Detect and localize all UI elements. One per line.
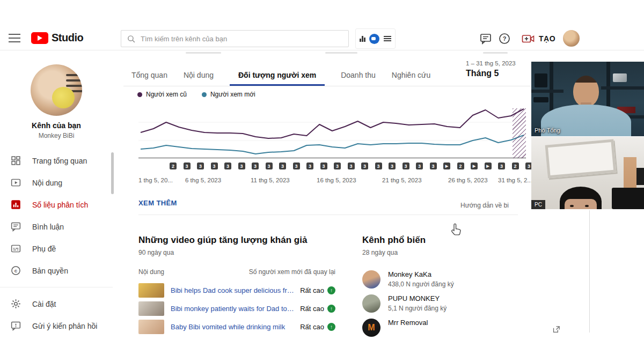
sidebar-item-comments[interactable]: Bình luận <box>0 216 113 238</box>
youtube-studio-logo[interactable]: Studio <box>31 32 83 44</box>
channel-row[interactable]: PUPU MONKEY5,1 N người đăng ký <box>362 294 523 313</box>
video-marker-count[interactable]: 2 <box>512 162 519 169</box>
x-axis-label: 16 thg 5, 2023 <box>317 177 356 183</box>
video-marker-count[interactable]: 3 <box>430 162 437 169</box>
channel-row-texts: Mrr Removal <box>388 319 428 327</box>
video-marker-count[interactable]: 3 <box>334 162 341 169</box>
video-rating: Rất cao↑ <box>300 323 335 331</box>
video-marker-play[interactable]: ▶ <box>471 162 478 169</box>
channel-row[interactable]: MMrr Removal <box>362 319 523 337</box>
help-icon[interactable]: ? <box>498 32 511 45</box>
menu-icon[interactable] <box>9 34 20 42</box>
video-marker-count[interactable]: 3 <box>389 162 396 169</box>
video-marker-count[interactable]: 2 <box>170 162 177 169</box>
see-more-link[interactable]: XEM THÊM <box>138 199 177 207</box>
video-marker-count[interactable]: 3 <box>416 162 423 169</box>
video-thumbnail[interactable] <box>138 301 164 316</box>
sidebar-item-label: Nội dung <box>32 179 62 187</box>
sidebar-item-label: Trang tổng quan <box>32 157 87 165</box>
sidebar-item-subtitles[interactable]: Phụ đề <box>0 238 113 260</box>
sidebar-scrollbar[interactable] <box>111 152 114 194</box>
svg-text:c: c <box>14 268 18 274</box>
video-marker-count[interactable]: 3 <box>238 162 245 169</box>
extension-badge-icon[interactable] <box>369 34 379 44</box>
svg-text:?: ? <box>503 35 507 42</box>
sidebar-item-label: Gửi ý kiến phản hồi <box>32 322 97 330</box>
video-marker-count[interactable]: 3 <box>293 162 300 169</box>
audience-chart[interactable] <box>138 103 526 159</box>
video-marker-count[interactable]: 3 <box>266 162 273 169</box>
sidebar-item-settings[interactable]: Cài đặt <box>0 293 113 315</box>
tab-4[interactable]: Nghiên cứu <box>392 71 430 86</box>
x-axis-label: 26 thg 5, 2023 <box>448 177 488 183</box>
video-marker-count[interactable]: 2 <box>457 162 464 169</box>
tab-3[interactable]: Doanh thu <box>341 71 376 86</box>
channel-row[interactable]: Monkey KaKa438,0 N người đăng ký <box>362 270 523 289</box>
video-thumbnail[interactable] <box>138 320 164 334</box>
sidebar-item-feedback[interactable]: Gửi ý kiến phản hồi <box>0 315 113 337</box>
video-thumbnail[interactable] <box>138 283 164 298</box>
sidebar-item-dashboard[interactable]: Trang tổng quan <box>0 150 113 172</box>
videos-section-title: Những video giúp tăng lượng khán giả <box>138 235 335 246</box>
play-button-plaque <box>613 73 627 82</box>
analytics-icon <box>10 199 21 210</box>
channel-section-label: Kênh của bạn <box>0 121 113 130</box>
legend-item-new[interactable]: Người xem mới <box>202 91 255 98</box>
video-title-link[interactable]: Bibi helps Dad cook super delicious fren… <box>171 286 295 294</box>
video-marker-count[interactable]: 3 <box>375 162 382 169</box>
copyright-icon: c <box>10 265 21 276</box>
feedback-icon[interactable] <box>479 32 492 45</box>
tab-1[interactable]: Nội dung <box>184 71 214 86</box>
content-icon <box>10 177 21 188</box>
extension-chart-icon[interactable] <box>360 35 365 42</box>
video-marker-count[interactable]: 3 <box>279 162 286 169</box>
date-range-text: 1 – 31 thg 5, 2023 <box>466 60 536 67</box>
sidebar-item-copyright[interactable]: cBản quyền <box>0 260 113 282</box>
video-marker-count[interactable]: 3 <box>306 162 313 169</box>
settings-icon <box>10 298 21 309</box>
guide-link[interactable]: Hướng dẫn về bi <box>460 202 531 209</box>
video-row: Bibi monkey patiently waits for Dad to c… <box>138 301 335 316</box>
open-in-new-icon[interactable] <box>552 325 561 334</box>
shelf-object <box>533 97 548 102</box>
webcam-feed-bottom: PC <box>531 137 644 209</box>
channel-row-subscribers: 438,0 N người đăng ký <box>388 280 454 288</box>
channel-row-avatar: M <box>362 319 380 337</box>
tab-0[interactable]: Tổng quan <box>131 71 167 86</box>
account-avatar[interactable] <box>563 30 580 47</box>
rating-up-icon: ↑ <box>327 305 335 313</box>
sidebar-item-analytics[interactable]: Số liệu phân tích <box>0 194 113 216</box>
search-bar[interactable] <box>121 30 349 47</box>
legend-item-returning[interactable]: Người xem cũ <box>137 91 187 98</box>
videos-table-header: Nội dung Số người xem mới đã quay lại <box>138 268 335 276</box>
video-marker-play[interactable]: ▶ <box>485 162 492 169</box>
video-marker-count[interactable]: 3 <box>361 162 368 169</box>
video-marker-count[interactable]: 3 <box>211 162 218 169</box>
video-marker-count[interactable]: 3 <box>320 162 327 169</box>
create-button[interactable]: TẠO <box>522 32 555 45</box>
extension-widget[interactable] <box>355 28 396 49</box>
webcam-feed-top: Phó Tổng <box>531 62 644 136</box>
channel-row-texts: PUPU MONKEY5,1 N người đăng ký <box>388 294 447 312</box>
extension-menu-icon[interactable] <box>384 36 391 41</box>
clipped-content-remnant <box>483 52 508 54</box>
video-marker-count[interactable]: 3 <box>498 162 505 169</box>
channel-avatar[interactable] <box>31 64 82 116</box>
sidebar-item-content[interactable]: Nội dung <box>0 172 113 194</box>
video-marker-count[interactable]: 3 <box>348 162 355 169</box>
video-title-link[interactable]: Bibi monkey patiently waits for Dad to c… <box>171 305 295 313</box>
video-marker-count[interactable]: 3 <box>184 162 191 169</box>
room-object <box>636 168 644 185</box>
sidebar-item-label: Bình luận <box>32 223 64 231</box>
clipped-content-remnant <box>186 52 221 54</box>
x-axis-label: 6 thg 5, 2023 <box>185 177 221 183</box>
search-input[interactable] <box>141 35 343 43</box>
video-marker-count[interactable]: 3 <box>252 162 259 169</box>
video-marker-play[interactable]: ▶ <box>443 162 450 169</box>
video-marker-count[interactable]: 3 <box>197 162 204 169</box>
video-marker-count[interactable]: 3 <box>402 162 409 169</box>
tab-2[interactable]: Đối tượng người xem <box>230 71 325 86</box>
date-range-picker[interactable]: 1 – 31 thg 5, 2023 Tháng 5 <box>466 60 536 78</box>
video-marker-count[interactable]: 3 <box>224 162 231 169</box>
video-title-link[interactable]: Baby Bibi vomited while drinking milk <box>171 323 295 331</box>
